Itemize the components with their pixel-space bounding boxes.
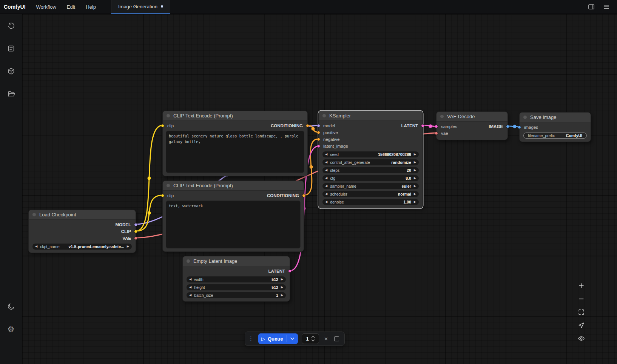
menu-help[interactable]: Help [80, 0, 101, 14]
output-port-clip[interactable] [134, 230, 137, 233]
prev-value-icon[interactable]: ◀ [325, 193, 327, 196]
node-load-checkpoint[interactable]: Load Checkpoint MODEL CLIP VAE ◀ ckpt_na… [28, 210, 136, 253]
chevron-down-icon[interactable] [290, 336, 295, 341]
node-header[interactable]: Empty Latent Image [183, 256, 290, 266]
collapse-dot[interactable] [167, 184, 170, 187]
input-port-negative[interactable] [317, 138, 320, 141]
theme-toggle-moon-icon[interactable] [4, 299, 18, 313]
node-library-icon[interactable] [4, 42, 18, 55]
toggle-visibility-eye-icon[interactable] [576, 334, 586, 343]
widget-steps[interactable]: ◀ steps 20 ▶ [322, 167, 419, 173]
input-port-model[interactable] [317, 124, 320, 128]
input-port-latent-image[interactable] [317, 145, 320, 148]
link-midpoint-dot[interactable] [312, 127, 315, 131]
tab-image-generation[interactable]: Image Generation [111, 0, 170, 14]
widget-sampler-name[interactable]: ◀ sampler_name euler ▶ [322, 183, 419, 189]
collapse-dot[interactable] [187, 259, 190, 263]
output-port-conditioning[interactable] [302, 194, 305, 197]
fit-view-icon[interactable] [576, 307, 586, 316]
next-value-icon[interactable]: ▶ [127, 245, 129, 248]
decrement-count-icon[interactable] [311, 339, 315, 342]
node-header[interactable]: CLIP Text Encode (Prompt) [163, 181, 304, 191]
widget-denoise[interactable]: ◀ denoise 1.00 ▶ [322, 199, 419, 205]
prev-value-icon[interactable]: ◀ [325, 185, 327, 188]
stop-button[interactable] [334, 336, 339, 341]
increment-icon[interactable]: ▶ [414, 201, 416, 204]
collapse-dot[interactable] [440, 115, 444, 118]
link-midpoint-dot[interactable] [310, 165, 313, 169]
input-port-clip[interactable] [161, 194, 164, 197]
input-port-clip[interactable] [161, 124, 164, 128]
input-port-positive[interactable] [317, 131, 320, 134]
collapse-dot[interactable] [32, 213, 36, 216]
input-port-images[interactable] [518, 126, 521, 129]
prompt-text-area[interactable]: beautiful scenery nature glass bottle la… [166, 131, 304, 173]
widget-ckpt-name[interactable]: ◀ ckpt_name v1-5-pruned-emaonly.safete..… [32, 244, 132, 250]
select-mode-cursor-icon[interactable] [576, 321, 586, 330]
link-midpoint-dot[interactable] [429, 125, 432, 128]
queue-history-icon[interactable] [4, 19, 18, 32]
collapse-dot[interactable] [167, 114, 170, 117]
decrement-icon[interactable]: ◀ [189, 294, 191, 297]
node-graph-canvas[interactable]: Load Checkpoint MODEL CLIP VAE ◀ ckpt_na… [22, 14, 617, 364]
increment-icon[interactable]: ▶ [281, 294, 283, 297]
prev-value-icon[interactable]: ◀ [325, 161, 327, 164]
link-midpoint-dot[interactable] [148, 177, 151, 180]
toggle-panel-icon[interactable] [588, 3, 595, 11]
prompt-text-area[interactable]: text, watermark [166, 201, 301, 248]
output-port-latent[interactable] [421, 124, 424, 128]
queue-button[interactable]: ▷ Queue [258, 333, 298, 344]
decrement-icon[interactable]: ◀ [189, 278, 191, 281]
node-empty-latent-image[interactable]: Empty Latent Image LATENT ◀ width 512 ▶ … [182, 256, 290, 302]
node-save-image[interactable]: Save Image images filename_prefix ComfyU… [519, 112, 591, 142]
widget-cfg[interactable]: ◀ cfg 8.0 ▶ [322, 175, 419, 181]
node-ksampler[interactable]: KSampler model LATENT positive negative … [318, 111, 423, 208]
increment-icon[interactable]: ▶ [414, 177, 416, 180]
menu-edit[interactable]: Edit [62, 0, 80, 14]
output-port-conditioning[interactable] [306, 124, 309, 128]
output-port-image[interactable] [506, 125, 509, 128]
link-midpoint-dot[interactable] [148, 211, 151, 215]
next-value-icon[interactable]: ▶ [414, 185, 416, 188]
node-header[interactable]: KSampler [319, 111, 423, 121]
node-header[interactable]: Load Checkpoint [29, 210, 136, 220]
drag-handle-icon[interactable]: ⋮ [247, 335, 255, 342]
decrement-icon[interactable]: ◀ [325, 177, 327, 180]
decrement-icon[interactable]: ◀ [325, 201, 327, 204]
node-clip-text-encode-positive[interactable]: CLIP Text Encode (Prompt) clip CONDITION… [162, 111, 308, 176]
widget-width[interactable]: ◀ width 512 ▶ [187, 276, 286, 282]
collapse-dot[interactable] [322, 114, 326, 117]
widget-control-after-generate[interactable]: ◀ control_after_generate randomize ▶ [322, 159, 419, 165]
widget-batch-size[interactable]: ◀ batch_size 1 ▶ [187, 292, 286, 298]
output-port-vae[interactable] [134, 237, 137, 240]
output-port-latent[interactable] [288, 270, 292, 273]
node-clip-text-encode-negative[interactable]: CLIP Text Encode (Prompt) clip CONDITION… [162, 180, 304, 252]
hamburger-menu-icon[interactable] [603, 3, 610, 11]
model-library-icon[interactable] [4, 64, 18, 78]
decrement-icon[interactable]: ◀ [325, 169, 327, 172]
menu-workflow[interactable]: Workflow [31, 0, 62, 14]
increment-count-icon[interactable] [311, 336, 315, 338]
increment-icon[interactable]: ▶ [281, 278, 283, 281]
link-midpoint-dot[interactable] [513, 125, 517, 128]
widget-filename-prefix[interactable]: filename_prefix ComfyUI [523, 133, 587, 139]
node-header[interactable]: CLIP Text Encode (Prompt) [163, 111, 307, 121]
clear-queue-icon[interactable]: × [323, 336, 329, 342]
workflows-folder-icon[interactable] [4, 87, 18, 100]
widget-seed[interactable]: ◀ seed 156680208700286 ▶ [322, 151, 419, 157]
decrement-icon[interactable]: ◀ [189, 286, 191, 289]
node-header[interactable]: VAE Decode [437, 112, 507, 122]
prev-value-icon[interactable]: ◀ [35, 245, 37, 248]
decrement-icon[interactable]: ◀ [325, 153, 327, 156]
increment-icon[interactable]: ▶ [414, 169, 416, 172]
next-value-icon[interactable]: ▶ [414, 193, 416, 196]
widget-scheduler[interactable]: ◀ scheduler normal ▶ [322, 191, 419, 197]
settings-gear-icon[interactable]: ⚙ [4, 322, 18, 336]
node-header[interactable]: Save Image [520, 113, 591, 122]
widget-height[interactable]: ◀ height 512 ▶ [187, 284, 286, 290]
increment-icon[interactable]: ▶ [281, 286, 283, 289]
zoom-in-icon[interactable] [576, 281, 586, 290]
input-port-samples[interactable] [435, 125, 438, 128]
increment-icon[interactable]: ▶ [414, 153, 416, 156]
batch-count-input[interactable]: 1 [302, 333, 319, 344]
